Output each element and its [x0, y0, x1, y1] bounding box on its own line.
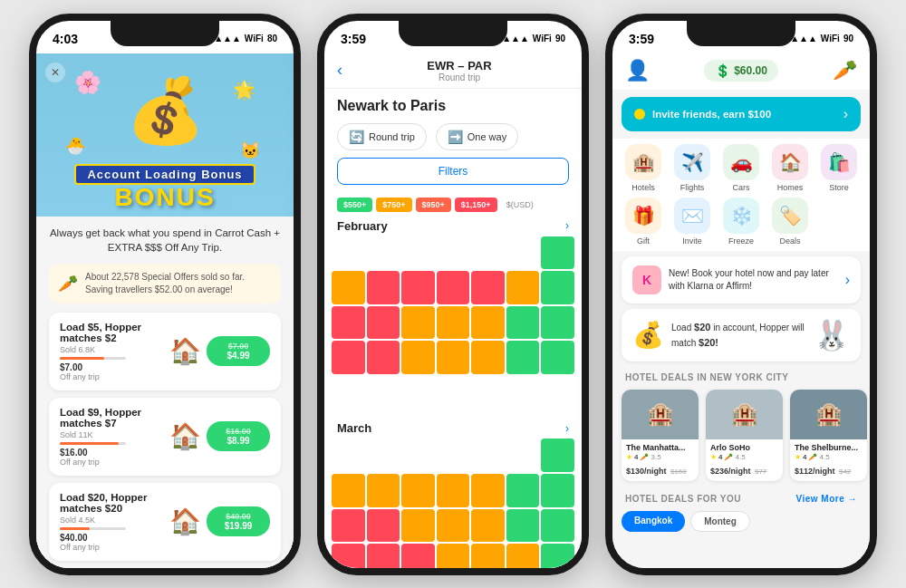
hotel-price-current: $236/night — [710, 467, 751, 476]
cal-cell[interactable] — [367, 306, 400, 340]
hotel-stars: ★ 4 🥕 4.5 — [710, 453, 778, 461]
hotel-price-old: $160 — [670, 468, 687, 476]
category-item[interactable]: ✈️ Flights — [670, 144, 714, 192]
cal-cell[interactable] — [541, 509, 574, 543]
category-item[interactable]: 🚗 Cars — [719, 144, 763, 192]
hotel-card[interactable]: 🏨 The Manhatta... ★ 4 🥕 3.5 $130/night $… — [622, 390, 699, 482]
city-tab[interactable]: Bangkok — [622, 511, 685, 532]
cal-cell[interactable] — [506, 474, 540, 507]
cal-cell[interactable] — [541, 341, 574, 374]
cal-cell[interactable] — [506, 271, 540, 304]
category-icon: 🛍️ — [828, 151, 851, 173]
calendar-month: March › — [332, 416, 574, 567]
cal-cell[interactable] — [437, 271, 470, 304]
offer-buy-button[interactable]: $40.00 $19.99 — [207, 506, 270, 536]
offer-price: $40.00 — [60, 533, 169, 543]
cal-cell[interactable] — [541, 474, 574, 507]
category-item[interactable]: 🛍️ Store — [817, 144, 861, 192]
cal-cell[interactable] — [367, 509, 400, 543]
phone3-content[interactable]: 👤 💲 $60.00 🥕 Invite friends, earn $100 ›… — [612, 53, 870, 568]
cal-cell[interactable] — [401, 544, 435, 567]
cal-grid — [332, 439, 574, 567]
bonus-title-area: Account Loading Bonus BONUS — [47, 164, 283, 210]
cal-cell[interactable] — [401, 509, 435, 543]
offer-trip: Off any trip — [60, 372, 169, 381]
one-way-button[interactable]: ➡️ One way — [436, 123, 518, 150]
hotel-cards-row[interactable]: 🏨 The Manhatta... ★ 4 🥕 3.5 $130/night $… — [612, 386, 870, 489]
star-icon: ★ — [626, 453, 632, 461]
back-button[interactable]: ‹ — [337, 61, 342, 80]
category-item[interactable]: 🎁 Gift — [622, 198, 665, 246]
cal-cell[interactable] — [401, 474, 435, 507]
cal-cell[interactable] — [471, 509, 505, 543]
star-icon: ★ — [795, 453, 801, 461]
cal-cell[interactable] — [437, 509, 470, 543]
klarna-banner[interactable]: K New! Book your hotel now and pay later… — [622, 256, 861, 304]
city-tab[interactable]: Monteg — [690, 511, 750, 532]
filters-button[interactable]: Filters — [337, 158, 569, 185]
cal-cell[interactable] — [471, 544, 505, 567]
cal-cell[interactable] — [541, 236, 574, 270]
hotel-type-icon: 🥕 — [808, 453, 817, 461]
offer-buy-button[interactable]: $16.00 $8.99 — [207, 421, 270, 451]
offer-buy-button[interactable]: $7.00 $4.99 — [207, 336, 270, 366]
cal-cell[interactable] — [471, 474, 505, 507]
cal-cell[interactable] — [437, 544, 470, 567]
category-icon-bg: 🎁 — [625, 198, 661, 234]
cal-cell[interactable] — [437, 341, 470, 374]
view-more-link[interactable]: View More → — [795, 494, 857, 504]
cal-cell[interactable] — [471, 341, 505, 374]
cal-cell[interactable] — [541, 271, 574, 304]
category-icon: ✉️ — [681, 205, 704, 227]
round-trip-button[interactable]: 🔄 Round trip — [337, 123, 427, 150]
month-arrow[interactable]: › — [565, 219, 569, 232]
category-item[interactable]: 🏷️ Deals — [768, 198, 812, 246]
cal-cell[interactable] — [437, 474, 470, 507]
cal-cell[interactable] — [401, 271, 435, 304]
category-label: Invite — [682, 236, 702, 246]
phone-1: 4:03 ▲▲▲ WiFi 80 ✕ 💰 🌸 🌟 🐣 🐱 Account Loa… — [29, 14, 301, 575]
cal-cell[interactable] — [471, 271, 505, 304]
cal-cell[interactable] — [367, 341, 400, 374]
cal-cell[interactable] — [332, 474, 365, 507]
cal-cell[interactable] — [332, 544, 365, 567]
cal-cell[interactable] — [471, 306, 505, 340]
cal-cell[interactable] — [506, 306, 540, 340]
calendar-scroll[interactable]: February › March › April › May › June › … — [324, 214, 582, 568]
cal-cell[interactable] — [401, 306, 435, 340]
hotel-card[interactable]: 🏨 The Shelburne... ★ 4 🥕 4.5 $112/night … — [790, 390, 867, 482]
invite-banner[interactable]: Invite friends, earn $100 › — [622, 97, 861, 131]
cal-cell[interactable] — [506, 509, 540, 543]
cal-cell[interactable] — [506, 341, 540, 374]
cal-cell[interactable] — [541, 544, 574, 567]
category-icon: 🏨 — [632, 151, 655, 173]
cal-cell[interactable] — [437, 306, 470, 340]
hotel-card[interactable]: 🏨 Arlo SoHo ★ 4 🥕 4.5 $236/night $77 — [706, 390, 783, 482]
cal-cell[interactable] — [367, 474, 400, 507]
category-label: Gift — [637, 236, 650, 246]
cal-cell[interactable] — [506, 544, 540, 567]
cal-cell — [367, 376, 400, 410]
nav-header: ‹ EWR – PAR Round trip — [324, 53, 582, 89]
cal-cell[interactable] — [541, 306, 574, 340]
category-item[interactable]: ❄️ Freeze — [719, 198, 763, 246]
close-button[interactable]: ✕ — [45, 63, 65, 82]
cal-cell[interactable] — [401, 341, 435, 374]
offer-sold-bar — [60, 527, 126, 530]
bonus-label: BONUS — [47, 185, 283, 210]
cal-cell[interactable] — [367, 544, 400, 567]
cal-cell[interactable] — [332, 271, 365, 304]
category-item[interactable]: ✉️ Invite — [670, 198, 714, 246]
cal-cell[interactable] — [541, 439, 574, 472]
month-arrow[interactable]: › — [565, 422, 569, 435]
avatar-icon[interactable]: 👤 — [625, 59, 650, 82]
cal-cell — [471, 376, 505, 410]
cal-cell[interactable] — [367, 271, 400, 304]
category-item[interactable]: 🏠 Homes — [768, 144, 812, 192]
category-item[interactable]: 🏨 Hotels — [622, 144, 665, 192]
hotel-price-old: $77 — [755, 468, 766, 476]
cal-cell[interactable] — [332, 341, 365, 374]
cal-cell[interactable] — [332, 306, 365, 340]
cal-cell[interactable] — [332, 509, 365, 543]
klarna-logo: K — [632, 265, 661, 294]
